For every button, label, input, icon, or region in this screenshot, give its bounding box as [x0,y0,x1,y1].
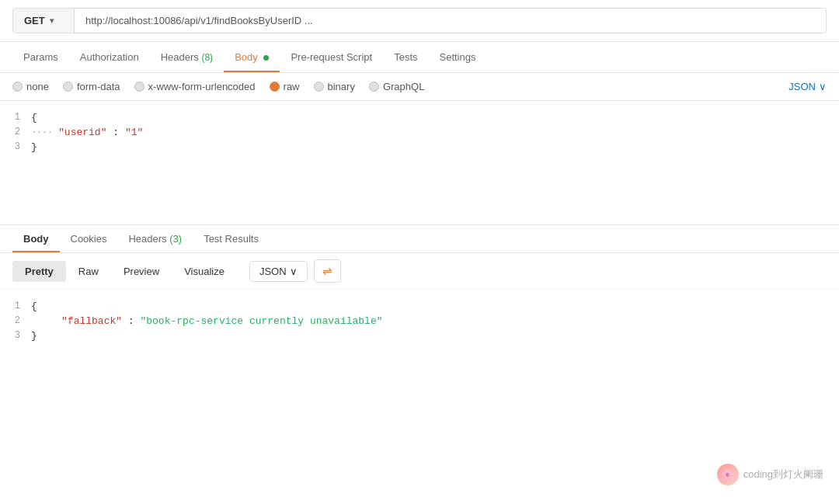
radio-circle-graphql [369,82,379,92]
line-number-1: 1 [0,112,31,123]
line-content-2: ···· "userid" : "1" [31,127,143,138]
body-active-dot [263,55,269,61]
tab-settings[interactable]: Settings [429,42,487,72]
url-input[interactable] [75,8,827,33]
tab-headers[interactable]: Headers (8) [150,42,224,72]
line-number-3: 3 [0,141,31,152]
radio-circle-binary [314,82,324,92]
radio-binary[interactable]: binary [314,81,355,92]
radio-circle-urlencoded [134,82,144,92]
resp-indent [31,315,55,327]
url-bar: GET ▾ [0,0,839,42]
request-body-editor[interactable]: 1 { 2 ···· "userid" : "1" 3 } [0,101,839,225]
response-json-format-selector[interactable]: JSON ∨ [249,261,308,282]
tab-authorization[interactable]: Authorization [69,42,150,72]
resp-code-line-2: 2 "fallback" : "book-rpc-service current… [0,314,839,328]
resp-code-line-3: 3 } [0,328,839,343]
line-content-1: { [31,112,37,123]
indent-dots: ···· [31,127,52,138]
wrap-button[interactable]: ⇌ [314,259,341,283]
resp-json-value: "book-rpc-service currently unavailable" [140,315,382,327]
tab-params[interactable]: Params [12,42,69,72]
resp-line-content-3: } [31,330,37,342]
radio-raw[interactable]: raw [270,81,300,92]
line-content-3: } [31,141,37,153]
format-pretty[interactable]: Pretty [12,261,66,282]
code-line-3: 3 } [0,140,839,155]
line-number-2: 2 [0,127,31,137]
radio-circle-raw [270,82,280,92]
code-line-1: 1 { [0,110,839,125]
resp-line-content-1: { [31,301,37,312]
method-selector[interactable]: GET ▾ [12,8,75,33]
resp-tab-cookies[interactable]: Cookies [60,225,118,252]
tab-pre-request[interactable]: Pre-request Script [280,42,383,72]
format-visualize[interactable]: Visualize [172,261,237,282]
json-format-selector[interactable]: JSON ∨ [789,81,827,92]
format-raw[interactable]: Raw [66,261,111,282]
resp-code-line-1: 1 { [0,299,839,314]
radio-circle-none [12,82,23,92]
body-type-row: none form-data x-www-form-urlencoded raw… [0,73,839,101]
resp-tab-body[interactable]: Body [12,225,60,252]
request-tabs: Params Authorization Headers (8) Body Pr… [0,42,839,73]
tab-body[interactable]: Body [224,42,280,72]
radio-circle-form-data [63,82,73,92]
tab-tests[interactable]: Tests [383,42,428,72]
code-line-2: 2 ···· "userid" : "1" [0,125,839,140]
radio-urlencoded[interactable]: x-www-form-urlencoded [134,81,256,92]
response-body-viewer: 1 { 2 "fallback" : "book-rpc-service cur… [0,290,839,353]
response-tabs: Body Cookies Headers (3) Test Results [0,225,839,253]
response-format-row: Pretty Raw Preview Visualize JSON ∨ ⇌ [0,253,839,290]
resp-line-number-2: 2 [0,315,31,326]
resp-tab-test-results[interactable]: Test Results [193,225,270,252]
radio-none[interactable]: none [12,81,49,92]
method-label: GET [24,15,45,26]
radio-form-data[interactable]: form-data [63,81,120,92]
resp-line-number-3: 3 [0,330,31,341]
resp-line-number-1: 1 [0,301,31,311]
radio-graphql[interactable]: GraphQL [369,81,424,92]
resp-line-content-2: "fallback" : "book-rpc-service currently… [31,315,383,327]
format-preview[interactable]: Preview [111,261,172,282]
resp-tab-headers[interactable]: Headers (3) [117,225,193,252]
response-section: Body Cookies Headers (3) Test Results Pr… [0,225,839,353]
chevron-down-icon: ▾ [50,16,54,25]
